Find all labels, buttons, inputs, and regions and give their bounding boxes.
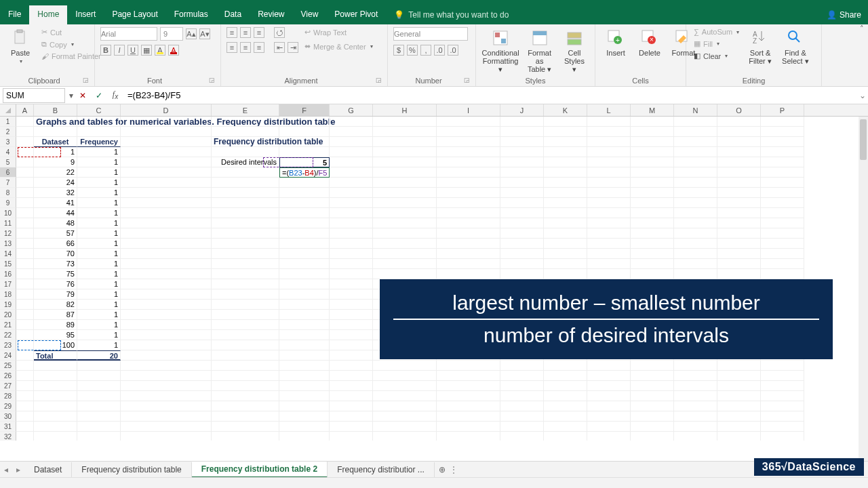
- cell-P1[interactable]: [761, 117, 804, 127]
- cell-J4[interactable]: [500, 147, 544, 157]
- cell-L4[interactable]: [587, 147, 631, 157]
- cell-M10[interactable]: [631, 208, 674, 218]
- cell-E27[interactable]: [212, 381, 279, 391]
- font-launcher[interactable]: ◲: [209, 77, 215, 83]
- cell-F27[interactable]: [279, 381, 330, 391]
- cell-E10[interactable]: [212, 208, 279, 218]
- cell-E9[interactable]: [212, 198, 279, 208]
- cell-C23[interactable]: 1: [77, 340, 121, 350]
- cell-L16[interactable]: [587, 269, 631, 279]
- cell-B5[interactable]: 9: [34, 157, 77, 167]
- cell-E23[interactable]: [212, 340, 279, 350]
- cell-L27[interactable]: [587, 381, 631, 391]
- currency-button[interactable]: $: [393, 45, 404, 56]
- cell-F15[interactable]: [279, 259, 330, 269]
- cell-D31[interactable]: [121, 422, 212, 432]
- conditional-formatting-button[interactable]: Conditional Formatting ▾: [481, 27, 519, 75]
- col-header-B[interactable]: B: [34, 104, 77, 116]
- cell-K29[interactable]: [544, 401, 587, 411]
- cell-O9[interactable]: [717, 198, 761, 208]
- cell-A31[interactable]: [16, 422, 34, 432]
- cell-A10[interactable]: [16, 208, 34, 218]
- cell-B12[interactable]: 57: [34, 228, 77, 239]
- tab-insert[interactable]: Insert: [67, 5, 104, 24]
- cell-P13[interactable]: [761, 239, 804, 249]
- cell-N28[interactable]: [674, 391, 717, 401]
- cell-J27[interactable]: [500, 381, 544, 391]
- cell-H28[interactable]: [373, 391, 437, 401]
- cell-G8[interactable]: [330, 188, 373, 198]
- col-header-N[interactable]: N: [674, 104, 717, 116]
- cell-D12[interactable]: [121, 228, 212, 239]
- cell-G4[interactable]: [330, 147, 373, 157]
- row-header-4[interactable]: 4: [0, 147, 16, 157]
- cell-M15[interactable]: [631, 259, 674, 269]
- number-format-select[interactable]: [393, 27, 468, 41]
- cell-L5[interactable]: [587, 157, 631, 167]
- cell-D24[interactable]: [121, 350, 212, 361]
- row-header-8[interactable]: 8: [0, 188, 16, 198]
- cell-C26[interactable]: [77, 371, 121, 381]
- cell-K3[interactable]: [544, 137, 587, 147]
- insert-cells-button[interactable]: + Insert: [601, 27, 631, 58]
- cell-M1[interactable]: [631, 117, 674, 127]
- cell-D26[interactable]: [121, 371, 212, 381]
- cell-G17[interactable]: [330, 279, 373, 289]
- cell-I12[interactable]: [437, 228, 500, 239]
- cell-L29[interactable]: [587, 401, 631, 411]
- alignment-launcher[interactable]: ◲: [376, 77, 382, 83]
- cell-E8[interactable]: [212, 188, 279, 198]
- cell-J11[interactable]: [500, 218, 544, 228]
- cell-M8[interactable]: [631, 188, 674, 198]
- cell-P26[interactable]: [761, 371, 804, 381]
- cell-D28[interactable]: [121, 391, 212, 401]
- cell-O1[interactable]: [717, 117, 761, 127]
- cell-F4[interactable]: [279, 147, 330, 157]
- cell-P6[interactable]: [761, 167, 804, 178]
- cell-B31[interactable]: [34, 422, 77, 432]
- cell-H16[interactable]: [373, 269, 437, 279]
- tab-home[interactable]: Home: [29, 5, 67, 24]
- cell-H4[interactable]: [373, 147, 437, 157]
- clipboard-launcher[interactable]: ◲: [83, 77, 89, 83]
- cell-N15[interactable]: [674, 259, 717, 269]
- cell-C11[interactable]: 1: [77, 218, 121, 228]
- cell-K8[interactable]: [544, 188, 587, 198]
- cell-H30[interactable]: [373, 411, 437, 422]
- cell-H6[interactable]: [373, 167, 437, 178]
- cell-I25[interactable]: [437, 361, 500, 371]
- cell-N1[interactable]: [674, 117, 717, 127]
- cell-O32[interactable]: [717, 432, 761, 441]
- cell-E12[interactable]: [212, 228, 279, 239]
- cell-N7[interactable]: [674, 178, 717, 188]
- tab-page-layout[interactable]: Page Layout: [104, 5, 165, 24]
- cell-I31[interactable]: [437, 422, 500, 432]
- cell-D25[interactable]: [121, 361, 212, 371]
- cell-H26[interactable]: [373, 371, 437, 381]
- cell-L25[interactable]: [587, 361, 631, 371]
- cell-G3[interactable]: [330, 137, 373, 147]
- cell-G22[interactable]: [330, 330, 373, 340]
- cell-M5[interactable]: [631, 157, 674, 167]
- align-top-button[interactable]: ≡: [226, 27, 237, 38]
- row-header-20[interactable]: 20: [0, 310, 16, 320]
- row-header-6[interactable]: 6: [0, 167, 16, 178]
- cell-F28[interactable]: [279, 391, 330, 401]
- cell-B24[interactable]: Total: [34, 350, 77, 361]
- fill-color-button[interactable]: A: [155, 45, 165, 56]
- cell-B14[interactable]: 70: [34, 249, 77, 259]
- cell-K28[interactable]: [544, 391, 587, 401]
- font-size-input[interactable]: [160, 27, 183, 41]
- cell-E30[interactable]: [212, 411, 279, 422]
- cell-I4[interactable]: [437, 147, 500, 157]
- cell-A27[interactable]: [16, 381, 34, 391]
- cell-K11[interactable]: [544, 218, 587, 228]
- cell-styles-button[interactable]: Cell Styles ▾: [559, 27, 589, 75]
- cell-G23[interactable]: [330, 340, 373, 350]
- cell-I16[interactable]: [437, 269, 500, 279]
- tab-formulas[interactable]: Formulas: [166, 5, 216, 24]
- cell-K16[interactable]: [544, 269, 587, 279]
- cell-I3[interactable]: [437, 137, 500, 147]
- format-painter-button[interactable]: 🖌Format Painter: [39, 52, 103, 61]
- cell-A5[interactable]: [16, 157, 34, 167]
